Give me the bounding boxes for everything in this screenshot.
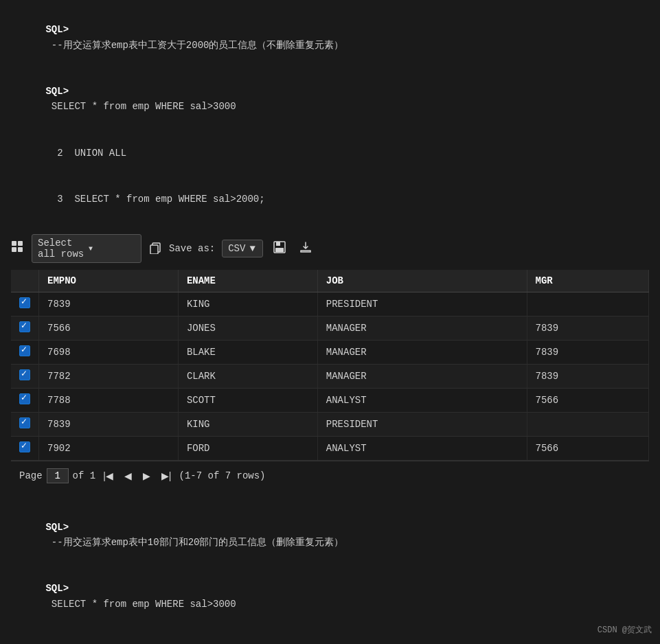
pagination-1: Page of 1 |◀ ◀ ▶ ▶| (1-7 of 7 rows) bbox=[11, 461, 649, 490]
row-checkbox-cell[interactable] bbox=[11, 437, 39, 461]
row-checkbox[interactable] bbox=[19, 369, 30, 380]
cell-mgr: 7566 bbox=[527, 437, 649, 461]
save-as-label-1: Save as: bbox=[169, 243, 215, 254]
table-row: 7902 FORD ANALYST 7566 bbox=[11, 437, 649, 461]
next-page-btn-1[interactable]: ▶ bbox=[139, 469, 154, 483]
col-header-ename-1: ENAME bbox=[178, 270, 317, 292]
cell-empno: 7788 bbox=[39, 389, 179, 413]
cell-empno: 7902 bbox=[39, 437, 179, 461]
col-header-empno-1: EMPNO bbox=[39, 270, 179, 292]
col-header-mgr-1: MGR bbox=[527, 270, 649, 292]
cell-mgr: 7839 bbox=[527, 341, 649, 365]
cell-job: MANAGER bbox=[317, 365, 527, 389]
toolbar-1: Select all rows ▼ Save as: CSV ▼ bbox=[11, 229, 649, 268]
row-checkbox-cell[interactable] bbox=[11, 365, 39, 389]
cell-empno: 7839 bbox=[39, 292, 179, 317]
row-checkbox-cell[interactable] bbox=[11, 341, 39, 365]
rows-info-1: (1-7 of 7 rows) bbox=[179, 470, 266, 481]
sql-line-1-3: 2 UNION ALL bbox=[11, 130, 649, 176]
svg-rect-0 bbox=[12, 241, 16, 246]
row-checkbox-cell[interactable] bbox=[11, 317, 39, 341]
svg-rect-5 bbox=[150, 245, 158, 254]
svg-rect-8 bbox=[275, 248, 284, 252]
grid-icon-1 bbox=[11, 240, 25, 257]
cell-mgr bbox=[527, 292, 649, 317]
sql-text-1: SELECT * from emp WHERE sal>3000 bbox=[45, 101, 236, 112]
table-header-row-1: EMPNO ENAME JOB MGR bbox=[11, 270, 649, 292]
select-all-rows-label-1: Select all rows bbox=[38, 238, 84, 260]
sql-prompt-4: SQL> bbox=[45, 583, 69, 594]
sql-line-1-2: SQL> SELECT * from emp WHERE sal>3000 bbox=[11, 69, 649, 130]
csv-label-1: CSV bbox=[228, 243, 245, 254]
sql-linenum-1: 2 UNION ALL bbox=[45, 148, 126, 159]
dropdown-arrow-1: ▼ bbox=[89, 245, 135, 253]
cell-empno: 7698 bbox=[39, 341, 179, 365]
cell-ename: JONES bbox=[178, 317, 317, 341]
row-checkbox-cell[interactable] bbox=[11, 413, 39, 437]
cell-ename: SCOTT bbox=[178, 389, 317, 413]
page-label-1: Page bbox=[19, 470, 43, 481]
cell-job: PRESIDENT bbox=[317, 292, 527, 317]
cell-job: ANALYST bbox=[317, 389, 527, 413]
cell-ename: KING bbox=[178, 413, 317, 437]
sql-line-1-1: SQL> --用交运算求emp表中工资大于2000的员工信息（不删除重复元素） bbox=[11, 7, 649, 69]
row-checkbox[interactable] bbox=[19, 321, 30, 332]
sql-comment-2: --用交运算求emp表中10部门和20部门的员工信息（删除重复元素） bbox=[45, 537, 343, 548]
last-page-btn-1[interactable]: ▶| bbox=[158, 469, 175, 483]
col-header-job-1: JOB bbox=[317, 270, 527, 292]
cell-mgr bbox=[527, 413, 649, 437]
row-checkbox[interactable] bbox=[19, 345, 30, 356]
sql-linenum-2: 3 SELECT * from emp WHERE sal>2000; bbox=[45, 194, 264, 205]
first-page-btn-1[interactable]: |◀ bbox=[100, 469, 117, 483]
sql-block-2: SQL> --用交运算求emp表中10部门和20部门的员工信息（删除重复元素） … bbox=[11, 504, 649, 644]
page-input-1[interactable] bbox=[47, 468, 69, 483]
cell-job: MANAGER bbox=[317, 341, 527, 365]
cell-ename: FORD bbox=[178, 437, 317, 461]
cell-ename: BLAKE bbox=[178, 341, 317, 365]
sql-line-1-4: 3 SELECT * from emp WHERE sal>2000; bbox=[11, 176, 649, 222]
download-button-1[interactable] bbox=[296, 239, 315, 259]
cell-empno: 7566 bbox=[39, 317, 179, 341]
data-table-1: EMPNO ENAME JOB MGR 7839 KING PRESIDENT … bbox=[11, 270, 649, 461]
cell-mgr: 7839 bbox=[527, 317, 649, 341]
cell-mgr: 7566 bbox=[527, 389, 649, 413]
row-checkbox[interactable] bbox=[19, 393, 30, 404]
cell-ename: CLARK bbox=[178, 365, 317, 389]
table-row: 7566 JONES MANAGER 7839 bbox=[11, 317, 649, 341]
prev-page-btn-1[interactable]: ◀ bbox=[121, 469, 135, 483]
cell-mgr: 7839 bbox=[527, 365, 649, 389]
sql-block-1: SQL> --用交运算求emp表中工资大于2000的员工信息（不删除重复元素） … bbox=[11, 7, 649, 222]
sql-line-2-1: SQL> --用交运算求emp表中10部门和20部门的员工信息（删除重复元素） bbox=[11, 504, 649, 566]
sql-prompt-2: SQL> bbox=[45, 86, 69, 97]
of-label-1: of 1 bbox=[73, 470, 96, 481]
sql-line-2-3: 2 UNION bbox=[11, 628, 649, 644]
cell-job: ANALYST bbox=[317, 437, 527, 461]
row-checkbox[interactable] bbox=[19, 297, 30, 308]
cell-ename: KING bbox=[178, 292, 317, 317]
svg-rect-7 bbox=[276, 242, 280, 246]
row-checkbox[interactable] bbox=[19, 417, 30, 428]
cell-empno: 7782 bbox=[39, 365, 179, 389]
svg-rect-2 bbox=[12, 247, 16, 252]
table-row: 7788 SCOTT ANALYST 7566 bbox=[11, 389, 649, 413]
svg-rect-3 bbox=[18, 247, 23, 252]
select-all-rows-dropdown-1[interactable]: Select all rows ▼ bbox=[32, 234, 141, 263]
copy-icon-1[interactable] bbox=[148, 240, 162, 257]
cell-empno: 7839 bbox=[39, 413, 179, 437]
row-checkbox-cell[interactable] bbox=[11, 292, 39, 317]
svg-rect-1 bbox=[18, 241, 23, 246]
table-row: 7839 KING PRESIDENT bbox=[11, 413, 649, 437]
row-checkbox-cell[interactable] bbox=[11, 389, 39, 413]
cell-job: PRESIDENT bbox=[317, 413, 527, 437]
cell-job: MANAGER bbox=[317, 317, 527, 341]
sql-comment-1: --用交运算求emp表中工资大于2000的员工信息（不删除重复元素） bbox=[45, 40, 343, 51]
sql-text-2: SELECT * from emp WHERE sal>3000 bbox=[45, 599, 236, 610]
csv-dropdown-1[interactable]: CSV ▼ bbox=[222, 240, 263, 257]
save-button-1[interactable] bbox=[270, 239, 289, 259]
table-row: 7698 BLAKE MANAGER 7839 bbox=[11, 341, 649, 365]
col-header-checkbox-1 bbox=[11, 270, 39, 292]
row-checkbox[interactable] bbox=[19, 441, 30, 452]
sql-line-2-2: SQL> SELECT * from emp WHERE sal>3000 bbox=[11, 566, 649, 628]
sql-prompt: SQL> bbox=[45, 24, 69, 35]
csv-arrow-1: ▼ bbox=[249, 243, 255, 254]
